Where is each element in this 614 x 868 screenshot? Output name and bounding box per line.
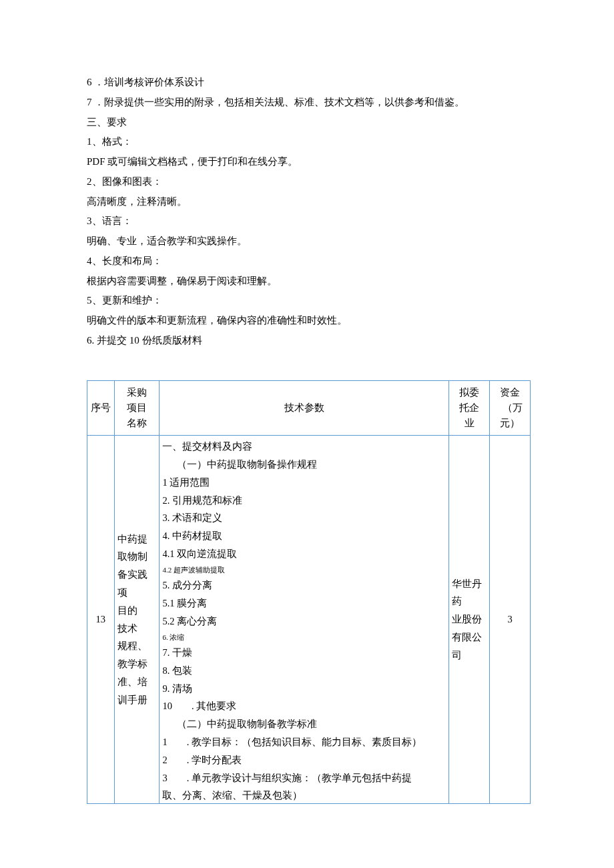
vendor-line: 华世丹 [452,575,487,593]
paragraph: 明确文件的版本和更新流程，确保内容的准确性和时效性。 [87,312,531,330]
spec-line: 4.1 双向逆流提取 [162,545,446,563]
spec-line: 3. 术语和定义 [162,509,446,527]
spec-line: （二）中药提取物制备教学标准 [162,715,446,733]
procurement-table: 序号 采购项目名称 技术参数 拟委托企业 资金 （万元） 13 中药提取物制备实… [87,380,531,805]
spec-line: （一）中药提取物制备操作规程 [162,456,446,474]
name-line: 准、培 [117,673,157,691]
paragraph: 1、格式： [87,133,531,151]
spec-line: 9. 清场 [162,680,446,698]
spec-line: 8. 包装 [162,662,446,680]
paragraph: 明确、专业，适合教学和实践操作。 [87,232,531,251]
spec-line: 2. 引用规范和标准 [162,492,446,510]
header-spec: 技术参数 [160,380,449,436]
paragraph: 6 ．培训考核评价体系设计 [87,73,531,92]
spec-line: 7. 干燥 [162,644,446,662]
paragraph: 根据内容需要调整，确保易于阅读和理解。 [87,272,531,291]
vendor-line: 药 [452,592,487,610]
paragraph: PDF 或可编辑文档格式，便于打印和在线分享。 [87,153,531,171]
spec-line: 6. 浓缩 [162,630,446,644]
spec-line: 2 . 学时分配表 [162,751,446,769]
vendor-line: 司 [452,646,487,665]
paragraph: 4、长度和布局： [87,252,531,271]
spec-line: 4. 中药材提取 [162,527,446,545]
paragraph: 7 ．附录提供一些实用的附录，包括相关法规、标准、技术文档等，以供参考和借鉴。 [87,93,531,112]
header-vendor: 拟委托企业 [449,380,490,436]
name-line: 备实践 [117,566,157,584]
paragraph: 三、要求 [87,113,531,132]
name-line: 取物制 [117,548,157,566]
table-row: 13 中药提取物制备实践项目的技术规程、教学标准、培训手册 一、提交材料及内容（… [87,436,531,804]
vendor-line: 业股份 [452,610,487,628]
name-line: 训手册 [117,691,157,709]
name-line: 项 [117,584,157,602]
cell-spec: 一、提交材料及内容（一）中药提取物制备操作规程1 适用范围2. 引用规范和标准3… [160,436,449,804]
paragraph: 3、语言： [87,212,531,231]
spec-line: 1 . 教学目标：（包括知识目标、能力目标、素质目标） [162,733,446,751]
cell-name: 中药提取物制备实践项目的技术规程、教学标准、培训手册 [114,436,160,804]
cell-vendor: 华世丹药业股份有限公司 [449,436,490,804]
paragraph: 5、更新和维护： [87,292,531,310]
spec-line: 5. 成分分离 [162,576,446,594]
table-header-row: 序号 采购项目名称 技术参数 拟委托企业 资金 （万元） [87,380,531,436]
name-line: 技术 [117,620,157,638]
name-line: 目的 [117,602,157,620]
cell-fund: 3 [490,436,531,804]
vendor-line: 有限公 [452,628,487,646]
spec-line: 5.1 膜分离 [162,594,446,612]
spec-line: 1 适用范围 [162,474,446,492]
name-line: 规程、 [117,637,157,655]
header-seq: 序号 [87,380,115,436]
spec-line: 10 . 其他要求 [162,697,446,715]
spec-line: 一、提交材料及内容 [162,438,446,456]
header-fund: 资金 （万元） [490,380,531,436]
spec-line: 取、分离、浓缩、干燥及包装） [162,787,446,801]
name-line: 教学标 [117,655,157,673]
spec-line: 3 . 单元教学设计与组织实施：（教学单元包括中药提 [162,769,446,787]
paragraph: 6. 并提交 10 份纸质版材料 [87,332,531,350]
spec-line: 4.2 超声波辅助提取 [162,563,446,576]
header-name: 采购项目名称 [114,380,160,436]
name-line: 中药提 [117,530,157,548]
document-body-section: 6 ．培训考核评价体系设计 7 ．附录提供一些实用的附录，包括相关法规、标准、技… [87,73,531,350]
cell-seq: 13 [87,436,115,804]
spec-line: 5.2 离心分离 [162,612,446,630]
paragraph: 2、图像和图表： [87,173,531,191]
paragraph: 高清晰度，注释清晰。 [87,193,531,211]
